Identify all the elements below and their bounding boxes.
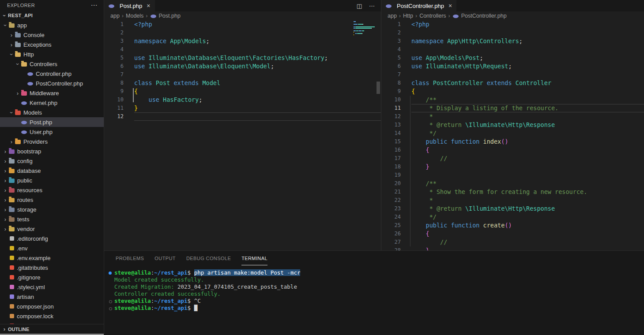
line-number[interactable]: 24 bbox=[381, 213, 401, 221]
tree-item-controllers[interactable]: ›Controllers bbox=[0, 59, 104, 69]
code-line-text[interactable]: <?php bbox=[134, 20, 381, 29]
code-line[interactable]: 5use Illuminate\Database\Eloquent\Factor… bbox=[104, 54, 381, 62]
line-number[interactable]: 16 bbox=[381, 146, 401, 154]
tree-item-post-php[interactable]: Post.php bbox=[0, 117, 104, 127]
terminal[interactable]: steve@alila:~/rest_api$ php artisan make… bbox=[104, 266, 644, 312]
code-line-text[interactable]: class PostController extends Controller bbox=[411, 79, 644, 87]
code-line[interactable]: 1<?php bbox=[104, 20, 381, 29]
outline-section-header[interactable]: › OUTLINE bbox=[0, 324, 104, 334]
code-line-text[interactable]: use App\Models\Post; bbox=[411, 54, 644, 62]
line-number[interactable]: 8 bbox=[381, 79, 401, 87]
code-line-text[interactable]: * Show the form for creating a new resou… bbox=[411, 188, 644, 196]
line-number[interactable]: 27 bbox=[381, 238, 401, 246]
line-number[interactable]: 5 bbox=[104, 54, 124, 62]
tree-item-tests[interactable]: ›tests bbox=[0, 214, 104, 224]
tree-item-middleware[interactable]: ›Middleware bbox=[0, 88, 104, 98]
line-number[interactable]: 4 bbox=[104, 45, 124, 54]
tree-item-config[interactable]: ›config bbox=[0, 156, 104, 166]
line-number[interactable]: 23 bbox=[381, 205, 401, 213]
code-line-text[interactable]: public function index() bbox=[411, 138, 644, 146]
code-line[interactable]: 3namespace App\Models; bbox=[104, 37, 381, 45]
code-line-text[interactable]: /** bbox=[411, 96, 644, 104]
code-line[interactable]: 22 * bbox=[381, 196, 644, 205]
line-number[interactable]: 10 bbox=[381, 96, 401, 104]
command-success-icon[interactable] bbox=[107, 270, 114, 276]
code-line[interactable]: 11 * Display a listing of the resource. bbox=[381, 104, 644, 112]
tree-item-database[interactable]: ›database bbox=[0, 166, 104, 175]
code-line[interactable]: 9{ bbox=[104, 87, 381, 96]
line-number[interactable]: 3 bbox=[104, 37, 124, 45]
code-line[interactable]: 10 use HasFactory; bbox=[104, 96, 381, 104]
code-line-text[interactable]: class Post extends Model bbox=[134, 79, 381, 87]
tree-item-gitignore[interactable]: .gitignore bbox=[0, 272, 104, 282]
code-line-text[interactable] bbox=[411, 29, 644, 37]
tree-item-postcontroller-php[interactable]: PostController.php bbox=[0, 78, 104, 88]
breadcrumb-item[interactable]: Post.php bbox=[159, 13, 181, 19]
code-line[interactable]: 23 * @return \Illuminate\Http\Response bbox=[381, 205, 644, 213]
code-line[interactable]: 9{ bbox=[381, 87, 644, 96]
close-icon[interactable]: × bbox=[147, 2, 150, 9]
code-line[interactable]: 4 bbox=[381, 45, 644, 54]
breadcrumb-item[interactable]: app bbox=[388, 13, 397, 19]
line-number[interactable]: 26 bbox=[381, 230, 401, 238]
line-number[interactable]: 6 bbox=[104, 62, 124, 71]
command-marker-icon[interactable] bbox=[107, 305, 114, 312]
panel-tab-terminal[interactable]: TERMINAL bbox=[241, 251, 267, 265]
code-line[interactable]: 2 bbox=[381, 29, 644, 37]
code-line[interactable]: 8class Post extends Model bbox=[104, 79, 381, 87]
line-number[interactable]: 21 bbox=[381, 188, 401, 196]
tree-item-vendor[interactable]: ›vendor bbox=[0, 224, 104, 234]
code-line[interactable]: 18 } bbox=[381, 163, 644, 171]
code-line[interactable]: 8class PostController extends Controller bbox=[381, 79, 644, 87]
code-line[interactable]: 3namespace App\Http\Controllers; bbox=[381, 37, 644, 45]
code-line[interactable]: 14 */ bbox=[381, 129, 644, 138]
code-line[interactable]: 26 { bbox=[381, 230, 644, 238]
tree-item-package-json[interactable]: package.json bbox=[0, 321, 104, 324]
code-line[interactable]: 21 * Show the form for creating a new re… bbox=[381, 188, 644, 196]
code-line[interactable]: 7 bbox=[381, 71, 644, 79]
tree-item-app[interactable]: ›app bbox=[0, 20, 104, 30]
tree-item-gitattributes[interactable]: .gitattributes bbox=[0, 263, 104, 272]
line-number[interactable]: 9 bbox=[104, 87, 124, 96]
line-number[interactable]: 7 bbox=[104, 71, 124, 79]
code-line-text[interactable]: */ bbox=[411, 129, 644, 138]
line-number[interactable]: 5 bbox=[381, 54, 401, 62]
breadcrumb-item[interactable]: Http bbox=[403, 13, 413, 19]
line-number[interactable]: 11 bbox=[381, 104, 401, 112]
code-line[interactable]: 5use App\Models\Post; bbox=[381, 54, 644, 62]
tab-postcontroller-php[interactable]: PostController.php × bbox=[381, 0, 456, 11]
line-number[interactable]: 7 bbox=[381, 71, 401, 79]
code-line-text[interactable]: <?php bbox=[411, 20, 644, 29]
code-line-text[interactable]: use HasFactory; bbox=[134, 96, 381, 104]
line-number[interactable]: 18 bbox=[381, 163, 401, 171]
tree-item-providers[interactable]: ›Providers bbox=[0, 137, 104, 146]
split-editor-icon[interactable]: ◫ bbox=[357, 3, 362, 9]
code-line[interactable]: 27 // bbox=[381, 238, 644, 246]
code-line[interactable]: 7 bbox=[104, 71, 381, 79]
code-line[interactable]: 13 * @return \Illuminate\Http\Response bbox=[381, 121, 644, 129]
more-actions-icon[interactable]: ⋯ bbox=[369, 3, 375, 9]
code-line-text[interactable]: } bbox=[411, 246, 644, 250]
code-line-text[interactable]: // bbox=[411, 238, 644, 246]
minimap[interactable] bbox=[354, 21, 375, 37]
code-line[interactable]: 6use Illuminate\Http\Request; bbox=[381, 62, 644, 71]
tree-item-artisan[interactable]: artisan bbox=[0, 292, 104, 302]
tree-item-console[interactable]: ›Console bbox=[0, 30, 104, 40]
code-line[interactable]: 16 { bbox=[381, 146, 644, 154]
tree-item-storage[interactable]: ›storage bbox=[0, 205, 104, 214]
code-line-text[interactable]: * Display a listing of the resource. bbox=[411, 104, 644, 112]
line-number[interactable]: 3 bbox=[381, 37, 401, 45]
breadcrumb-item[interactable]: Models bbox=[126, 13, 143, 19]
code-line-text[interactable]: /** bbox=[411, 179, 644, 188]
code-line-text[interactable] bbox=[411, 171, 644, 179]
tab-post-php[interactable]: Post.php × bbox=[104, 0, 155, 11]
code-line-text[interactable]: // bbox=[411, 154, 644, 163]
line-number[interactable]: 14 bbox=[381, 129, 401, 138]
tree-item-styleci-yml[interactable]: .styleci.yml bbox=[0, 282, 104, 292]
code-line-text[interactable] bbox=[134, 112, 381, 121]
tree-item-user-php[interactable]: User.php bbox=[0, 127, 104, 137]
code-line[interactable]: 1<?php bbox=[381, 20, 644, 29]
tree-item-kernel-php[interactable]: Kernel.php bbox=[0, 98, 104, 108]
code-line-text[interactable] bbox=[411, 45, 644, 54]
command-marker-icon[interactable] bbox=[107, 298, 114, 305]
